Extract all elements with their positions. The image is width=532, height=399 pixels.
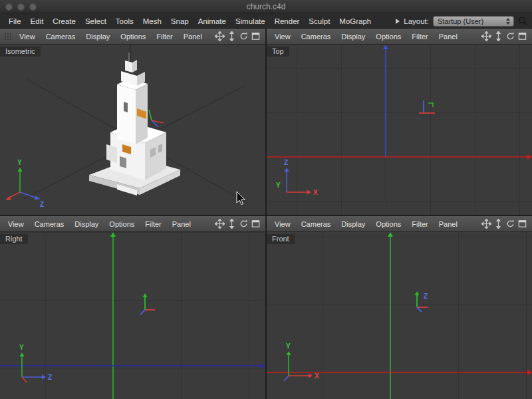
menu-select[interactable]: Select	[80, 17, 111, 25]
title-bar: church.c4d	[0, 0, 532, 13]
vp-menu-cameras[interactable]: Cameras	[296, 220, 336, 228]
vp-menu-view[interactable]: View	[3, 220, 29, 228]
viewport-label-isometric: Isometric	[0, 47, 41, 57]
viewport-isometric[interactable]: Isometric	[0, 45, 265, 215]
pan-icon[interactable]	[215, 31, 225, 41]
svg-text:Z: Z	[424, 293, 428, 300]
menu-animate[interactable]: Animate	[194, 17, 231, 25]
layout-dropdown-value: Startup (User)	[438, 17, 483, 25]
maximize-viewport-icon[interactable]	[517, 219, 527, 229]
menu-edit[interactable]: Edit	[26, 17, 49, 25]
vp-menu-panel[interactable]: Panel	[178, 33, 207, 41]
pan-icon[interactable]	[481, 219, 491, 229]
menu-tools[interactable]: Tools	[111, 17, 138, 25]
vp-menu-options[interactable]: Options	[104, 220, 140, 228]
vp-menu-panel[interactable]: Panel	[167, 220, 196, 228]
church-model[interactable]	[89, 53, 180, 196]
viewport-label-top: Top	[267, 47, 289, 57]
maximize-viewport-icon[interactable]	[251, 219, 261, 229]
vp-menu-display[interactable]: Display	[336, 220, 370, 228]
viewport-drag-handle-icon[interactable]	[3, 32, 13, 41]
menu-sculpt[interactable]: Sculpt	[304, 17, 334, 25]
viewport-top[interactable]: Top	[267, 45, 532, 215]
menu-simulate[interactable]: Simulate	[231, 17, 270, 25]
menu-mesh[interactable]: Mesh	[138, 17, 166, 25]
viewport-grid: View Cameras Display Options Filter Pane…	[0, 29, 532, 399]
layout-label: Layout:	[404, 17, 429, 25]
svg-text:Y: Y	[276, 182, 281, 189]
object-axis-gizmo[interactable]	[149, 110, 164, 127]
grid	[267, 45, 532, 215]
vp-menu-filter[interactable]: Filter	[140, 220, 166, 228]
svg-text:X: X	[315, 372, 319, 380]
svg-text:Y: Y	[19, 344, 24, 351]
vp-menu-view[interactable]: View	[269, 220, 296, 228]
vp-menu-filter[interactable]: Filter	[406, 220, 433, 228]
vp-menu-view[interactable]: View	[269, 33, 296, 41]
rotate-icon[interactable]	[505, 31, 515, 41]
grid	[267, 232, 532, 399]
menu-snap[interactable]: Snap	[166, 17, 194, 25]
rotate-icon[interactable]	[505, 219, 515, 229]
mouse-cursor	[237, 192, 245, 205]
vp-menu-display[interactable]: Display	[80, 33, 115, 41]
viewport-front-panel: View Cameras Display Options Filter Pane…	[267, 216, 532, 399]
svg-text:Y: Y	[286, 342, 291, 350]
corner-axis-indicator: Y Z	[5, 159, 44, 208]
dropdown-chevrons-icon	[506, 18, 510, 25]
vp-menu-cameras[interactable]: Cameras	[296, 33, 336, 41]
vp-menu-panel[interactable]: Panel	[434, 220, 463, 228]
vp-menu-options[interactable]: Options	[370, 33, 406, 41]
zoom-icon[interactable]	[493, 31, 503, 41]
maximize-viewport-icon[interactable]	[251, 31, 261, 41]
grid	[0, 232, 265, 399]
rotate-icon[interactable]	[239, 219, 249, 229]
viewport-isometric-panel: View Cameras Display Options Filter Pane…	[0, 29, 265, 215]
vp-menu-filter[interactable]: Filter	[406, 33, 433, 41]
svg-text:Z: Z	[40, 201, 44, 208]
zoom-icon[interactable]	[227, 31, 237, 41]
vp-menu-display[interactable]: Display	[69, 220, 104, 228]
menu-render[interactable]: Render	[270, 17, 305, 25]
pan-icon[interactable]	[215, 219, 225, 229]
viewport-isometric-menubar: View Cameras Display Options Filter Pane…	[0, 29, 265, 45]
viewport-right[interactable]: Right	[0, 232, 265, 399]
viewport-top-panel: View Cameras Display Options Filter Pane…	[267, 29, 532, 215]
vp-menu-view[interactable]: View	[14, 33, 41, 41]
layout-disclosure-icon[interactable]	[396, 19, 400, 24]
window-title: church.c4d	[0, 0, 532, 13]
vp-menu-options[interactable]: Options	[115, 33, 151, 41]
vp-menu-display[interactable]: Display	[336, 33, 370, 41]
vp-menu-filter[interactable]: Filter	[151, 33, 178, 41]
viewport-label-front: Front	[267, 234, 295, 244]
vp-menu-panel[interactable]: Panel	[434, 33, 463, 41]
pan-icon[interactable]	[481, 31, 491, 41]
viewport-top-menubar: View Cameras Display Options Filter Pane…	[267, 29, 532, 45]
layout-dropdown[interactable]: Startup (User)	[433, 16, 514, 27]
svg-text:Z: Z	[284, 159, 288, 166]
vp-menu-options[interactable]: Options	[370, 220, 406, 228]
menu-mograph[interactable]: MoGraph	[334, 17, 376, 25]
svg-text:Y: Y	[17, 159, 22, 166]
viewport-front[interactable]: Front	[267, 232, 532, 399]
vp-menu-cameras[interactable]: Cameras	[41, 33, 81, 41]
app-window: { "window": { "title": "church.c4d" }, "…	[0, 0, 532, 399]
viewport-front-menubar: View Cameras Display Options Filter Pane…	[267, 216, 532, 232]
menu-file[interactable]: File	[4, 17, 26, 25]
viewport-label-right: Right	[0, 234, 28, 244]
viewport-right-panel: View Cameras Display Options Filter Pane…	[0, 216, 265, 399]
svg-text:Z: Z	[48, 374, 52, 381]
rotate-icon[interactable]	[239, 31, 249, 41]
maximize-viewport-icon[interactable]	[517, 31, 527, 41]
main-menubar: File Edit Create Select Tools Mesh Snap …	[0, 14, 532, 29]
vp-menu-cameras[interactable]: Cameras	[29, 220, 70, 228]
zoom-icon[interactable]	[227, 219, 237, 229]
menu-create[interactable]: Create	[48, 17, 80, 25]
zoom-icon[interactable]	[493, 219, 503, 229]
viewport-right-menubar: View Cameras Display Options Filter Pane…	[0, 216, 265, 232]
svg-text:X: X	[313, 189, 318, 196]
search-icon[interactable]	[518, 16, 528, 26]
